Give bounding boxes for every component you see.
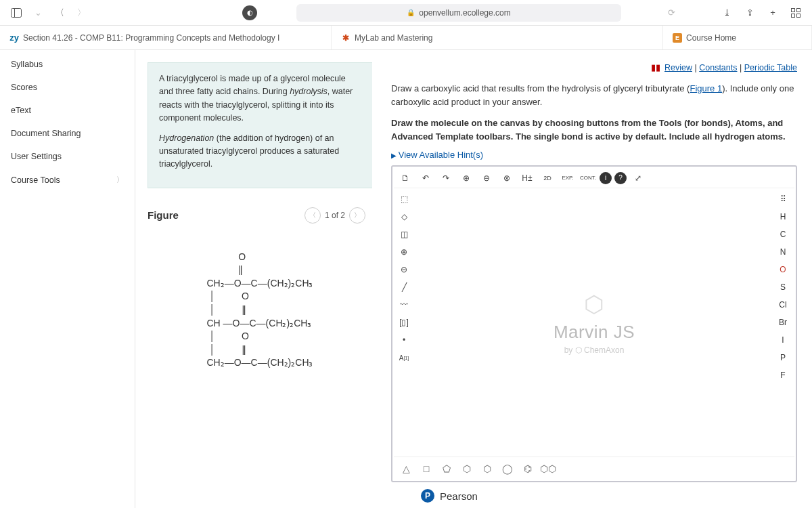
radical-tool[interactable]: • [395, 332, 413, 348]
erase-tool[interactable]: ◫ [395, 226, 413, 242]
chain-tool[interactable]: 〰 [395, 297, 413, 313]
heptagon-template[interactable]: ◯ [499, 461, 516, 477]
pentagon-template[interactable]: ⬠ [438, 461, 455, 477]
charge-minus-tool[interactable]: ⊖ [395, 261, 413, 278]
sidebar-item-syllabus[interactable]: Syllabus [0, 53, 135, 76]
svg-rect-2 [792, 8, 795, 12]
sidebar-item-scores[interactable]: Scores [0, 76, 135, 99]
info-icon[interactable]: i [600, 172, 612, 184]
drawing-canvas[interactable]: ⬡ Marvin JS by ⬡ ChemAxon [415, 188, 773, 457]
lock-icon: 🔒 [407, 9, 415, 16]
flag-icon: ▮▮ [651, 63, 660, 72]
help-links: ▮▮ Review | Constants | Periodic Table [391, 62, 797, 72]
lasso-tool[interactable]: ◇ [395, 209, 413, 225]
sidebar-item-label: eText [11, 106, 31, 115]
view-hints-toggle[interactable]: View Available Hint(s) [391, 150, 797, 160]
bracket-tool[interactable]: [▯] [395, 314, 413, 331]
svg-rect-0 [12, 8, 22, 17]
atom-s[interactable]: S [774, 279, 792, 295]
tab-label: Course Home [686, 33, 736, 43]
sidebar-toggle-icon[interactable] [8, 5, 24, 21]
problem-pane: ▮▮ Review | Constants | Periodic Table D… [372, 50, 812, 508]
sidebar-item-document-sharing[interactable]: Document Sharing [0, 122, 135, 145]
charge-plus-tool[interactable]: ⊕ [395, 244, 413, 260]
atom-c[interactable]: C [774, 226, 792, 242]
constants-link[interactable]: Constants [699, 63, 737, 72]
reload-icon[interactable]: ⟳ [663, 5, 679, 21]
new-page-icon[interactable]: 🗋 [397, 170, 414, 186]
reading-pane: A triacylglycerol is made up of a glycer… [135, 50, 372, 508]
pearson-footer: P Pearson [391, 482, 797, 503]
url-text: openvellum.ecollege.com [419, 8, 510, 18]
sidebar-item-label: User Settings [11, 152, 62, 161]
atom-i[interactable]: I [774, 332, 792, 348]
cyclohexane-template[interactable]: ⬡ [479, 461, 495, 477]
atom-n[interactable]: N [774, 244, 792, 260]
periodic-grid-icon[interactable]: ⠿ [774, 191, 792, 207]
sidebar-item-user-settings[interactable]: User Settings [0, 145, 135, 168]
atom-f[interactable]: F [774, 367, 792, 383]
zoom-in-icon[interactable]: ⊕ [457, 170, 475, 186]
address-bar[interactable]: 🔒 openvellum.ecollege.com [296, 4, 621, 22]
review-link[interactable]: Review [664, 63, 692, 72]
select-tool[interactable]: ⬚ [395, 191, 413, 207]
tab-label: Section 41.26 - COMP B11: Programming Co… [23, 33, 279, 43]
tabs-overview-icon[interactable] [788, 5, 804, 21]
pearson-label: Pearson [440, 490, 478, 502]
new-tab-icon[interactable]: + [765, 5, 781, 21]
hydrogen-toggle[interactable]: H± [518, 170, 536, 186]
zoom-fit-icon[interactable]: ⊗ [498, 170, 516, 186]
fused-ring-template[interactable]: ⬡⬡ [540, 461, 556, 477]
download-icon[interactable]: ⤓ [719, 5, 735, 21]
course-home-icon: E [673, 33, 682, 43]
privacy-shield-icon[interactable]: ◐ [242, 5, 257, 20]
share-icon[interactable]: ⇪ [742, 5, 758, 21]
tab-zybooks[interactable]: zy Section 41.26 - COMP B11: Programming… [0, 26, 332, 49]
contract-tool[interactable]: CONT. [579, 170, 597, 186]
tab-course-home[interactable]: E Course Home [663, 26, 812, 49]
tab-label: MyLab and Mastering [355, 33, 432, 43]
view-2d-icon[interactable]: 2D [539, 170, 556, 186]
zybooks-icon: zy [9, 33, 19, 43]
editor-top-toolbar: 🗋 ↶ ↷ ⊕ ⊖ ⊗ H± 2D EXP. CONT. i ? ⤢ [394, 168, 794, 188]
expand-tool[interactable]: EXP. [559, 170, 577, 186]
figure-heading: Figure [148, 209, 179, 221]
atom-label-tool[interactable]: A[1] [395, 350, 413, 366]
page-tabs: zy Section 41.26 - COMP B11: Programming… [0, 26, 812, 50]
figure-next-button[interactable]: 〉 [349, 207, 365, 224]
hexagon-template[interactable]: ⬡ [459, 461, 475, 477]
fullscreen-icon[interactable]: ⤢ [629, 170, 647, 186]
atom-p[interactable]: P [774, 350, 792, 366]
bond-tool[interactable]: ╱ [395, 279, 413, 295]
dropdown-icon[interactable]: ⌄ [30, 5, 46, 21]
figure-1-link[interactable]: Figure 1 [690, 83, 722, 93]
zoom-out-icon[interactable]: ⊖ [478, 170, 495, 186]
svg-rect-4 [792, 14, 795, 17]
figure-counter: 1 of 2 [325, 211, 345, 220]
tab-mylab[interactable]: ✱ MyLab and Mastering [332, 26, 663, 49]
forward-icon[interactable]: 〉 [73, 5, 89, 21]
figure-prev-button[interactable]: 〈 [304, 207, 321, 224]
marvin-watermark: ⬡ Marvin JS by ⬡ ChemAxon [554, 291, 635, 355]
drawing-instructions: Draw the molecule on the canvas by choos… [391, 117, 797, 143]
editor-templates-toolbar: △ □ ⬠ ⬡ ⬡ ◯ ⌬ ⬡⬡ [394, 457, 794, 480]
triangle-template[interactable]: △ [398, 461, 414, 477]
sidebar-item-etext[interactable]: eText [0, 99, 135, 122]
undo-icon[interactable]: ↶ [417, 170, 434, 186]
redo-icon[interactable]: ↷ [437, 170, 455, 186]
square-template[interactable]: □ [418, 461, 434, 477]
sidebar-item-course-tools[interactable]: Course Tools〉 [0, 168, 135, 192]
browser-toolbar: ⌄ 〈 〉 ◐ 🔒 openvellum.ecollege.com ⟳ ⤓ ⇪ … [0, 0, 812, 26]
editor-left-toolbar: ⬚ ◇ ◫ ⊕ ⊖ ╱ 〰 [▯] • A[1] [394, 188, 415, 457]
periodic-table-link[interactable]: Periodic Table [744, 63, 797, 72]
atom-cl[interactable]: Cl [774, 297, 792, 313]
help-icon[interactable]: ? [614, 172, 627, 184]
atom-br[interactable]: Br [774, 314, 792, 331]
intro-text: A triacylglycerol is made up of a glycer… [148, 62, 372, 188]
atom-o[interactable]: O [774, 261, 792, 278]
back-icon[interactable]: 〈 [51, 5, 68, 21]
benzene-template[interactable]: ⌬ [520, 461, 536, 477]
atom-h[interactable]: H [774, 209, 792, 225]
question-prompt: Draw a carboxylic acid that results from… [391, 82, 797, 108]
editor-atoms-toolbar: ⠿ H C N O S Cl Br I P F [773, 188, 794, 457]
